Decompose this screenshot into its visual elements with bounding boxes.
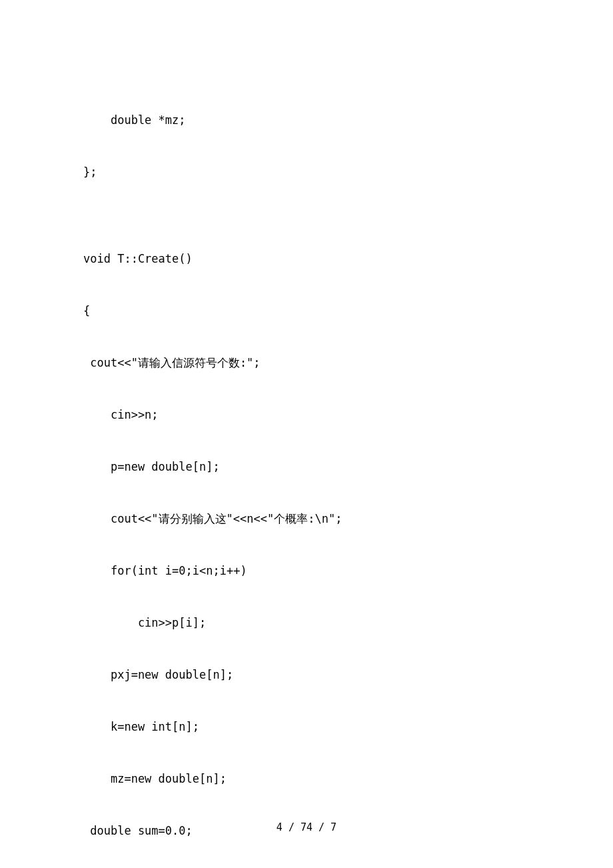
code-line: cin>>p[i]; [83,614,530,631]
code-line: double *mz; [83,111,530,129]
code-line: pxj=new double[n]; [83,666,530,683]
code-line: mz=new double[n]; [83,770,530,787]
code-line: }; [83,163,530,181]
code-line: p=new double[n]; [83,458,530,475]
page-footer: 4 / 74 / 7 [0,821,613,833]
code-line: cin>>n; [83,406,530,423]
code-line: cout<<"请输入信源符号个数:"; [83,354,530,371]
code-line: void T::Create() [83,250,530,267]
code-line: for(int i=0;i<n;i++) [83,562,530,579]
code-line: { [83,302,530,319]
code-block: double *mz; }; void T::Create() { cout<<… [83,77,530,868]
page-number: 4 / 74 / 7 [277,821,336,833]
code-line: k=new int[n]; [83,718,530,735]
code-line: cout<<"请分别输入这"<<n<<"个概率:\n"; [83,510,530,527]
